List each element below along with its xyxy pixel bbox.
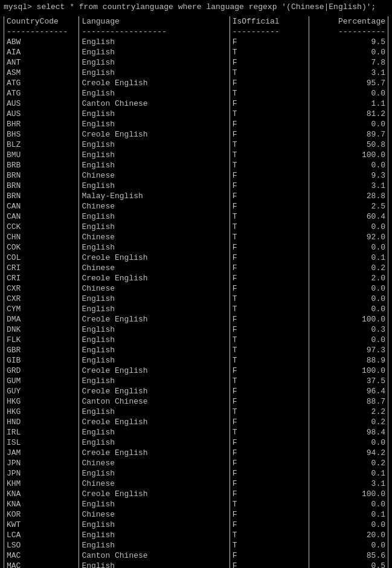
cell-isofficial: F bbox=[230, 520, 309, 530]
cell-isofficial: F bbox=[230, 181, 309, 191]
cell-countrycode: CRI bbox=[4, 263, 79, 273]
cell-isofficial: F bbox=[230, 489, 309, 499]
table-row: GRDCreole EnglishF100.0 bbox=[4, 366, 388, 376]
cell-countrycode: JPN bbox=[4, 458, 79, 468]
cell-percentage: 9.5 bbox=[309, 37, 388, 47]
table-row: BRNEnglishF3.1 bbox=[4, 181, 388, 191]
cell-isofficial: F bbox=[230, 366, 309, 376]
cell-countrycode: AUS bbox=[4, 109, 79, 119]
cell-countrycode: CXR bbox=[4, 294, 79, 304]
cell-language: Creole English bbox=[79, 273, 230, 283]
header-isofficial: IsOfficial bbox=[230, 16, 309, 27]
table-row: ASMEnglishT3.1 bbox=[4, 68, 388, 78]
cell-language: English bbox=[79, 242, 230, 253]
cell-language: English bbox=[79, 520, 230, 530]
cell-percentage: 37.5 bbox=[309, 376, 388, 386]
cell-isofficial: F bbox=[230, 314, 309, 324]
cell-countrycode: COK bbox=[4, 242, 79, 253]
table-row: BRNMalay-EnglishF28.8 bbox=[4, 191, 388, 201]
cell-language: Creole English bbox=[79, 448, 230, 458]
table-row: CRICreole EnglishF2.0 bbox=[4, 273, 388, 283]
cell-language: Chinese bbox=[79, 201, 230, 211]
cell-language: Creole English bbox=[79, 386, 230, 396]
cell-isofficial: T bbox=[230, 294, 309, 304]
header-countrycode: CountryCode bbox=[4, 16, 79, 27]
table-row: JPNChineseF0.2 bbox=[4, 458, 388, 468]
table-header: CountryCode Language IsOfficial Percenta… bbox=[4, 16, 388, 27]
cell-isofficial: F bbox=[230, 170, 309, 181]
table-row: BRBEnglishT0.0 bbox=[4, 160, 388, 170]
table-row: DMACreole EnglishF100.0 bbox=[4, 314, 388, 324]
cell-percentage: 0.1 bbox=[309, 253, 388, 263]
cell-isofficial: F bbox=[230, 263, 309, 273]
cell-percentage: 0.2 bbox=[309, 417, 388, 427]
cell-percentage: 0.0 bbox=[309, 119, 388, 129]
table-row: ATGEnglishT0.0 bbox=[4, 88, 388, 98]
cell-countrycode: CXR bbox=[4, 283, 79, 294]
cell-language: Creole English bbox=[79, 366, 230, 376]
cell-countrycode: DNK bbox=[4, 324, 79, 335]
cell-isofficial: T bbox=[230, 355, 309, 366]
table-row: KWTEnglishF0.0 bbox=[4, 520, 388, 530]
table-row: GUYCreole EnglishF96.4 bbox=[4, 386, 388, 396]
table-row: GUMEnglishT37.5 bbox=[4, 376, 388, 386]
cell-countrycode: KHM bbox=[4, 479, 79, 489]
cell-percentage: 96.4 bbox=[309, 386, 388, 396]
table-row: ANTEnglishF7.8 bbox=[4, 57, 388, 68]
cell-isofficial: T bbox=[230, 530, 309, 540]
cell-countrycode: CHN bbox=[4, 232, 79, 242]
cell-language: English bbox=[79, 150, 230, 160]
cell-countrycode: ASM bbox=[4, 68, 79, 78]
cell-language: English bbox=[79, 530, 230, 540]
cell-isofficial: F bbox=[230, 37, 309, 47]
cell-language: English bbox=[79, 324, 230, 335]
cell-language: English bbox=[79, 211, 230, 222]
cell-isofficial: F bbox=[230, 129, 309, 140]
cell-countrycode: GIB bbox=[4, 355, 79, 366]
cell-language: English bbox=[79, 499, 230, 509]
cell-language: English bbox=[79, 540, 230, 550]
cell-countrycode: HKG bbox=[4, 407, 79, 417]
table-container: CountryCode Language IsOfficial Percenta… bbox=[4, 16, 388, 568]
cell-percentage: 92.0 bbox=[309, 232, 388, 242]
table-row: CANEnglishT60.4 bbox=[4, 211, 388, 222]
cell-isofficial: F bbox=[230, 479, 309, 489]
cell-percentage: 0.0 bbox=[309, 294, 388, 304]
cell-countrycode: LSO bbox=[4, 540, 79, 550]
cell-isofficial: T bbox=[230, 222, 309, 232]
cell-countrycode: BHR bbox=[4, 119, 79, 129]
command-line: mysql> select * from countrylanguage whe… bbox=[4, 2, 388, 11]
cell-language: Chinese bbox=[79, 232, 230, 242]
cell-isofficial: T bbox=[230, 345, 309, 355]
cell-isofficial: F bbox=[230, 437, 309, 448]
cell-percentage: 89.7 bbox=[309, 129, 388, 140]
cell-countrycode: ATG bbox=[4, 88, 79, 98]
table-row: FLKEnglishT0.0 bbox=[4, 335, 388, 345]
cell-isofficial: F bbox=[230, 386, 309, 396]
cell-language: Chinese bbox=[79, 479, 230, 489]
cell-language: English bbox=[79, 222, 230, 232]
cell-isofficial: F bbox=[230, 98, 309, 109]
cell-countrycode: CRI bbox=[4, 273, 79, 283]
cell-countrycode: HKG bbox=[4, 396, 79, 407]
cell-isofficial: F bbox=[230, 242, 309, 253]
cell-language: English bbox=[79, 355, 230, 366]
cell-isofficial: F bbox=[230, 273, 309, 283]
cell-language: English bbox=[79, 88, 230, 98]
cell-language: English bbox=[79, 437, 230, 448]
cell-isofficial: T bbox=[230, 232, 309, 242]
cell-percentage: 0.2 bbox=[309, 263, 388, 273]
cell-isofficial: T bbox=[230, 140, 309, 150]
cell-countrycode: KNA bbox=[4, 499, 79, 509]
cell-isofficial: T bbox=[230, 304, 309, 314]
cell-percentage: 0.0 bbox=[309, 222, 388, 232]
cell-isofficial: T bbox=[230, 47, 309, 57]
cell-isofficial: F bbox=[230, 550, 309, 561]
cell-isofficial: T bbox=[230, 540, 309, 550]
table-row: CHNChineseT92.0 bbox=[4, 232, 388, 242]
cell-countrycode: HND bbox=[4, 417, 79, 427]
cell-percentage: 0.0 bbox=[309, 242, 388, 253]
cell-countrycode: FLK bbox=[4, 335, 79, 345]
cell-language: English bbox=[79, 160, 230, 170]
cell-language: English bbox=[79, 181, 230, 191]
